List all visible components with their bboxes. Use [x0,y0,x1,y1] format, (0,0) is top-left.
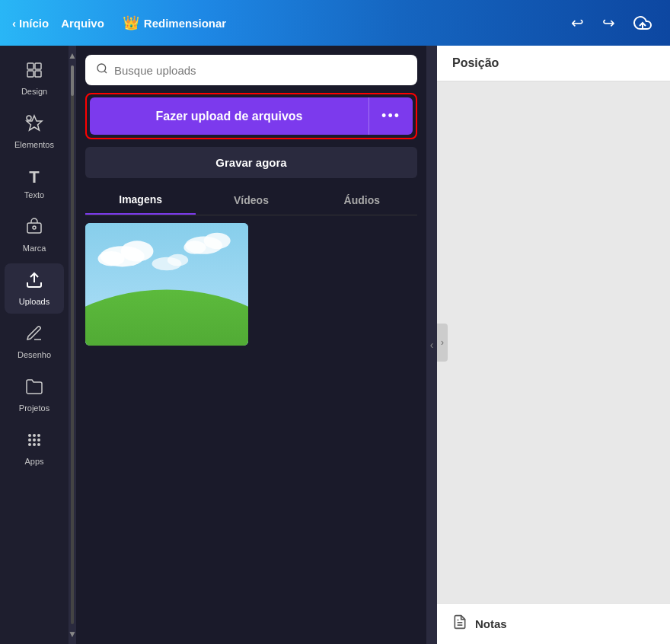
panel-collapse-handle[interactable]: ‹ [426,46,437,644]
undo-button[interactable]: ↩ [565,11,590,35]
texto-label: Texto [24,190,44,199]
svg-point-23 [85,290,248,346]
svg-marker-5 [27,116,42,130]
upload-button-highlight: Fazer upload de arquivos ••• [85,93,417,139]
notes-bar: Notas [437,603,670,644]
apps-icon [25,431,43,454]
scroll-track [71,65,74,624]
elementos-label: Elementos [14,140,54,149]
sidebar-item-texto[interactable]: T Texto [5,160,64,207]
tab-imagens[interactable]: Imagens [85,186,196,215]
sidebar-item-projetos[interactable]: Projetos [5,370,64,420]
redo-button[interactable]: ↪ [596,11,621,35]
media-grid [85,223,417,346]
svg-point-18 [37,443,40,446]
svg-point-6 [27,116,31,120]
search-icon [96,62,108,78]
search-bar [85,55,417,85]
svg-point-17 [33,443,36,446]
canvas-area[interactable]: › [437,81,670,603]
sidebar-item-apps[interactable]: Apps [5,423,64,473]
svg-point-19 [97,64,106,72]
svg-point-31 [168,254,188,266]
elementos-icon [25,114,43,137]
svg-point-28 [204,233,231,249]
right-panel: Posição › Notas [437,46,670,644]
uploads-panel: Fazer upload de arquivos ••• Gravar agor… [76,46,426,644]
svg-point-29 [183,241,206,254]
svg-point-14 [33,438,36,442]
svg-rect-3 [27,71,34,77]
svg-rect-4 [35,71,41,77]
design-label: Design [21,87,47,96]
tab-videos[interactable]: Vídeos [196,186,306,215]
sidebar-item-uploads[interactable]: Uploads [5,263,64,314]
svg-point-15 [37,438,40,442]
notes-icon [452,614,467,633]
desenho-icon [25,324,43,347]
cloud-save-button[interactable] [627,11,658,35]
svg-point-16 [28,443,31,446]
search-input[interactable] [114,64,407,77]
left-sidebar: Design Elementos T Texto [0,46,69,644]
svg-point-12 [37,434,40,437]
notes-label: Notas [475,617,507,630]
media-tabs: Imagens Vídeos Áudios [85,186,417,215]
svg-rect-2 [35,63,41,69]
back-label: Início [19,17,49,30]
marca-label: Marca [23,244,46,253]
collapse-icon: ‹ [430,339,434,351]
media-item-1[interactable] [85,223,248,346]
canvas-collapse-icon: › [441,337,444,348]
crown-icon: 👑 [123,14,139,31]
svg-rect-1 [27,63,34,69]
svg-rect-7 [27,223,41,233]
desenho-label: Desenho [18,350,51,359]
sidebar-item-design[interactable]: Design [5,53,64,104]
record-button[interactable]: Gravar agora [85,147,417,178]
main-area: Design Elementos T Texto [0,46,670,644]
tab-audios[interactable]: Áudios [307,186,417,215]
svg-point-11 [33,434,36,437]
svg-point-13 [28,438,31,442]
resize-button[interactable]: 👑 Redimensionar [116,11,232,34]
sidebar-item-desenho[interactable]: Desenho [5,317,64,367]
panel-content: Fazer upload de arquivos ••• Gravar agor… [76,46,426,644]
back-arrow-icon: ‹ [12,17,16,30]
upload-files-button[interactable]: Fazer upload de arquivos [90,99,368,134]
projetos-label: Projetos [19,403,49,413]
svg-point-25 [121,241,154,261]
upload-button-row: Fazer upload de arquivos ••• [90,97,413,135]
sidebar-item-marca[interactable]: Marca [5,210,64,260]
resize-label: Redimensionar [144,17,226,30]
file-menu-button[interactable]: Arquivo [55,14,110,33]
svg-line-20 [104,71,107,73]
apps-label: Apps [24,457,43,466]
position-title: Posição [452,56,499,69]
right-panel-header: Posição [437,46,670,81]
upload-options-button[interactable]: ••• [368,97,413,135]
canvas-left-collapse[interactable]: › [437,324,448,362]
svg-point-26 [98,251,125,266]
texto-icon: T [29,167,39,187]
scroll-thumb [71,65,74,96]
top-nav: ‹ Início Arquivo 👑 Redimensionar ↩ ↪ [0,0,670,46]
svg-point-8 [33,226,36,229]
svg-point-10 [28,434,31,437]
projetos-icon [25,378,43,400]
sidebar-item-elementos[interactable]: Elementos [5,107,64,157]
uploads-icon [25,271,43,294]
design-icon [25,61,43,84]
uploads-label: Uploads [19,297,49,306]
back-button[interactable]: ‹ Início [12,17,49,30]
panel-scrollbar[interactable]: ▲ ▼ [69,46,76,644]
marca-icon [25,218,43,241]
